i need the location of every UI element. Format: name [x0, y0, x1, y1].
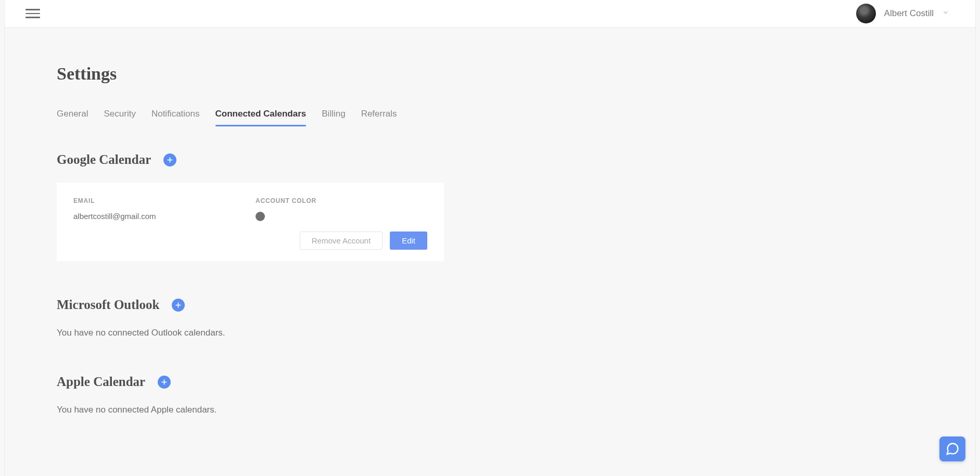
add-outlook-calendar-button[interactable] [172, 299, 185, 312]
section-microsoft-outlook: Microsoft Outlook You have no connected … [57, 298, 759, 338]
tab-notifications[interactable]: Notifications [151, 109, 200, 126]
section-title-outlook: Microsoft Outlook [57, 298, 159, 312]
section-apple-calendar: Apple Calendar You have no connected App… [57, 375, 759, 415]
user-menu[interactable]: Albert Costill [856, 4, 954, 23]
account-color-label: ACCOUNT COLOR [256, 197, 316, 204]
plus-icon [175, 302, 182, 308]
add-apple-calendar-button[interactable] [158, 376, 171, 389]
chevron-down-icon [942, 9, 949, 18]
menu-icon[interactable] [26, 6, 40, 21]
email-label: EMAIL [73, 197, 193, 204]
tab-referrals[interactable]: Referrals [361, 109, 397, 126]
user-name-label: Albert Costill [884, 8, 934, 19]
remove-account-button[interactable]: Remove Account [300, 231, 383, 250]
apple-empty-text: You have no connected Apple calendars. [57, 405, 759, 415]
topbar: Albert Costill [5, 0, 975, 28]
plus-icon [161, 379, 168, 385]
settings-tabs: General Security Notifications Connected… [57, 109, 759, 126]
tab-general[interactable]: General [57, 109, 88, 126]
add-google-calendar-button[interactable] [163, 153, 176, 166]
outlook-empty-text: You have no connected Outlook calendars. [57, 328, 759, 338]
tab-billing[interactable]: Billing [322, 109, 345, 126]
tab-security[interactable]: Security [104, 109, 135, 126]
tab-connected-calendars[interactable]: Connected Calendars [215, 109, 307, 126]
avatar [856, 4, 876, 23]
chat-button[interactable] [939, 436, 965, 461]
section-title-google: Google Calendar [57, 152, 151, 167]
account-color-swatch [256, 212, 265, 221]
plus-icon [167, 157, 173, 163]
page-title: Settings [57, 64, 759, 84]
section-google-calendar: Google Calendar EMAIL albertcostill@gmai… [57, 152, 759, 261]
section-title-apple: Apple Calendar [57, 375, 145, 389]
email-value: albertcostill@gmail.com [73, 212, 193, 221]
chat-icon [945, 442, 960, 456]
account-card: EMAIL albertcostill@gmail.com ACCOUNT CO… [57, 183, 444, 261]
edit-account-button[interactable]: Edit [390, 231, 427, 250]
